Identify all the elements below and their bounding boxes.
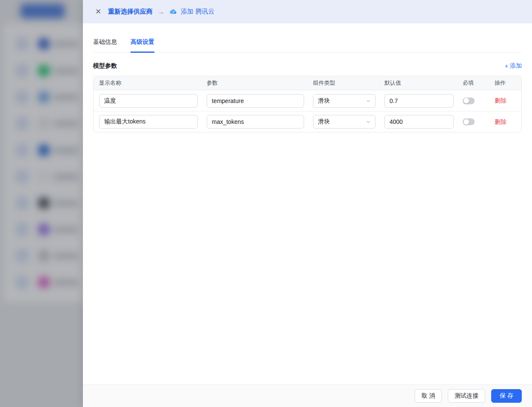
param-input[interactable] [207,115,304,129]
model-params-title: 模型参数 [93,62,117,70]
col-param: 参数 [201,79,307,87]
drawer-footer: 取 消 测试连接 保 存 [83,384,532,407]
add-provider-drawer: ✕ 重新选择供应商 → 添加 腾讯云 基础信息 高级设置 模型参数 [83,0,532,407]
test-connection-button[interactable]: 测试连接 [448,389,485,403]
required-toggle[interactable] [463,118,475,125]
add-param-button[interactable]: + 添加 [505,62,522,70]
display-name-input[interactable] [99,115,198,129]
cancel-button[interactable]: 取 消 [415,389,442,403]
col-action: 操作 [489,79,521,87]
required-toggle[interactable] [463,97,475,104]
delete-button[interactable]: 删除 [495,97,506,104]
default-value-input[interactable] [384,94,454,108]
tab-bar: 基础信息 高级设置 [93,23,522,53]
col-required: 必填 [457,79,489,87]
tab-basic-info[interactable]: 基础信息 [93,38,117,53]
add-param-label: 添加 [510,62,522,70]
plus-icon: + [505,63,508,69]
default-value-input[interactable] [384,115,454,129]
tencent-cloud-icon [169,8,177,16]
col-display-name: 显示名称 [94,79,201,87]
chevron-down-icon [366,119,371,124]
close-icon[interactable]: ✕ [94,8,102,16]
component-type-select[interactable]: 滑块 [313,115,376,129]
drawer-header: ✕ 重新选择供应商 → 添加 腾讯云 [83,0,532,23]
reselect-provider-link[interactable]: 重新选择供应商 [108,8,153,16]
drawer-title: 添加 腾讯云 [181,8,214,16]
display-name-input[interactable] [99,94,198,108]
drawer-body: 基础信息 高级设置 模型参数 + 添加 显示名称 参数 组件类型 默认值 必填 … [83,23,532,384]
model-params-table: 显示名称 参数 组件类型 默认值 必填 操作 滑块 [93,76,522,132]
col-default-value: 默认值 [379,79,457,87]
component-type-select[interactable]: 滑块 [313,94,376,108]
col-component-type: 组件类型 [307,79,379,87]
table-row: 滑块 删除 [94,90,521,111]
tab-advanced-settings[interactable]: 高级设置 [131,38,154,53]
chevron-down-icon [366,98,371,103]
param-input[interactable] [207,94,304,108]
table-row: 滑块 删除 [94,111,521,132]
table-header-row: 显示名称 参数 组件类型 默认值 必填 操作 [94,76,521,90]
delete-button[interactable]: 删除 [495,118,506,125]
save-button[interactable]: 保 存 [491,389,522,403]
arrow-right-icon: → [158,8,165,16]
